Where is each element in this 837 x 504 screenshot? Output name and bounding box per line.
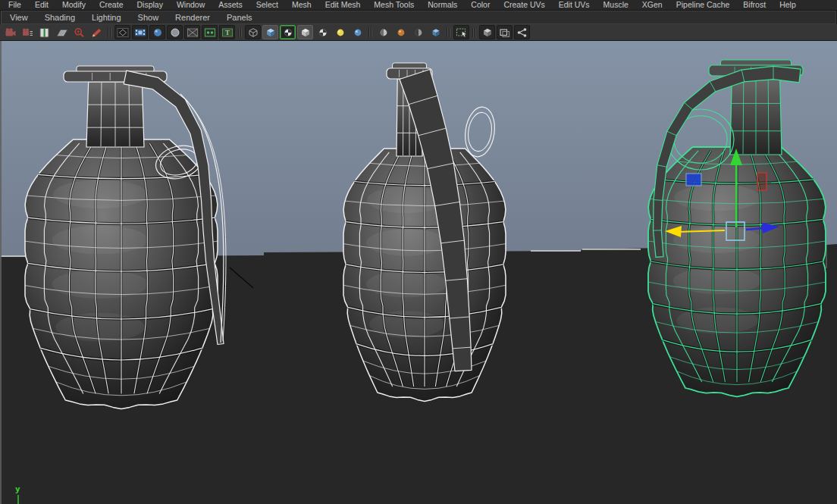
- use-default-material-icon[interactable]: [315, 25, 331, 39]
- panel-menu-panels[interactable]: Panels: [218, 11, 261, 23]
- scene-shapes-icon[interactable]: [479, 25, 495, 39]
- toolbar-group-1: [1, 24, 105, 40]
- panel-menu-view[interactable]: View: [2, 11, 36, 23]
- camera-attributes-icon[interactable]: [19, 25, 35, 39]
- gate-mask-icon[interactable]: [149, 25, 165, 39]
- menu-normals[interactable]: Normals: [421, 0, 464, 10]
- menu-pipeline-cache[interactable]: Pipeline Cache: [669, 0, 737, 10]
- maya-window: FileEditModifyCreateDisplayWindowAssetsS…: [0, 0, 837, 504]
- menu-create-uvs[interactable]: Create UVs: [497, 0, 551, 10]
- menu-edit-uvs[interactable]: Edit UVs: [552, 0, 597, 10]
- panel-menu-lighting[interactable]: Lighting: [83, 11, 130, 23]
- toolbar-group-5: [453, 24, 470, 40]
- textured-icon[interactable]: [297, 25, 313, 39]
- isolate-select-icon[interactable]: [453, 25, 469, 39]
- plane-handle-red[interactable]: [757, 173, 766, 190]
- shadows-icon[interactable]: [375, 25, 391, 39]
- resolution-gate-icon[interactable]: [132, 25, 148, 39]
- grease-pencil-icon[interactable]: [89, 25, 105, 39]
- plane-handle-blue[interactable]: [686, 174, 701, 186]
- motion-blur-icon[interactable]: [410, 25, 426, 39]
- menu-edit[interactable]: Edit: [28, 0, 55, 10]
- select-camera-icon[interactable]: [2, 25, 17, 39]
- menu-color[interactable]: Color: [464, 0, 497, 10]
- menu-modify[interactable]: Modify: [55, 0, 92, 10]
- viewport-3d[interactable]: y: [0, 41, 837, 504]
- menu-muscle[interactable]: Muscle: [597, 0, 635, 10]
- pan-zoom-icon[interactable]: [71, 25, 87, 39]
- smooth-shade-all-icon[interactable]: [262, 25, 278, 39]
- panel-menu-bar: ViewShadingLightingShowRendererPanels: [1, 11, 836, 24]
- menu-edit-mesh[interactable]: Edit Mesh: [318, 0, 368, 10]
- wireframe-on-shaded-icon[interactable]: [280, 25, 296, 39]
- menu-window[interactable]: Window: [170, 0, 212, 10]
- menu-mesh-tools[interactable]: Mesh Tools: [367, 0, 421, 10]
- camera-names-icon[interactable]: T: [219, 25, 235, 39]
- image-plane-icon[interactable]: [54, 25, 70, 39]
- menu-xgen[interactable]: XGen: [635, 0, 669, 10]
- field-chart-icon[interactable]: [167, 25, 183, 39]
- share-view-icon[interactable]: [514, 25, 530, 39]
- svg-text:T: T: [225, 29, 230, 36]
- toolbar-group-3: [244, 24, 366, 40]
- menu-select[interactable]: Select: [249, 0, 285, 10]
- viewport-border-left: [0, 41, 2, 504]
- wireframe-icon[interactable]: [245, 25, 261, 39]
- bookmarks-icon[interactable]: [36, 25, 52, 39]
- main-menu-bar: FileEditModifyCreateDisplayWindowAssetsS…: [0, 0, 837, 11]
- menu-bifrost[interactable]: Bifrost: [736, 0, 773, 10]
- toolbar-separator: [446, 27, 451, 38]
- lighting-default-icon[interactable]: [350, 25, 365, 39]
- toolbar-group-4: [375, 24, 444, 40]
- screen-space-ao-icon[interactable]: [393, 25, 409, 39]
- safe-title-icon[interactable]: [202, 25, 218, 39]
- toolbar-group-2: T: [114, 24, 236, 40]
- viewport-svg[interactable]: y: [0, 41, 837, 504]
- lighting-all-icon[interactable]: [332, 25, 348, 39]
- toolbar-separator: [237, 27, 243, 38]
- panel-menu-shading[interactable]: Shading: [36, 11, 83, 23]
- toolbar-separator: [107, 27, 112, 38]
- menu-assets[interactable]: Assets: [212, 0, 249, 10]
- panel-toolbar: T: [0, 24, 837, 41]
- menu-mesh[interactable]: Mesh: [285, 0, 318, 10]
- toolbar-group-6: [478, 24, 531, 40]
- menu-display[interactable]: Display: [130, 0, 169, 10]
- panel-menu-show[interactable]: Show: [130, 11, 168, 23]
- film-gate-icon[interactable]: [114, 25, 130, 39]
- menu-help[interactable]: Help: [773, 0, 803, 10]
- menu-file[interactable]: File: [2, 0, 28, 10]
- panel-menu-renderer[interactable]: Renderer: [167, 11, 218, 23]
- frame-all-icon[interactable]: [497, 25, 513, 39]
- toolbar-separator: [472, 27, 477, 38]
- anti-aliasing-icon[interactable]: [428, 25, 444, 39]
- axis-y-label: y: [15, 484, 20, 494]
- safe-action-icon[interactable]: [184, 25, 200, 39]
- menu-create[interactable]: Create: [92, 0, 130, 10]
- toolbar-separator: [368, 27, 373, 38]
